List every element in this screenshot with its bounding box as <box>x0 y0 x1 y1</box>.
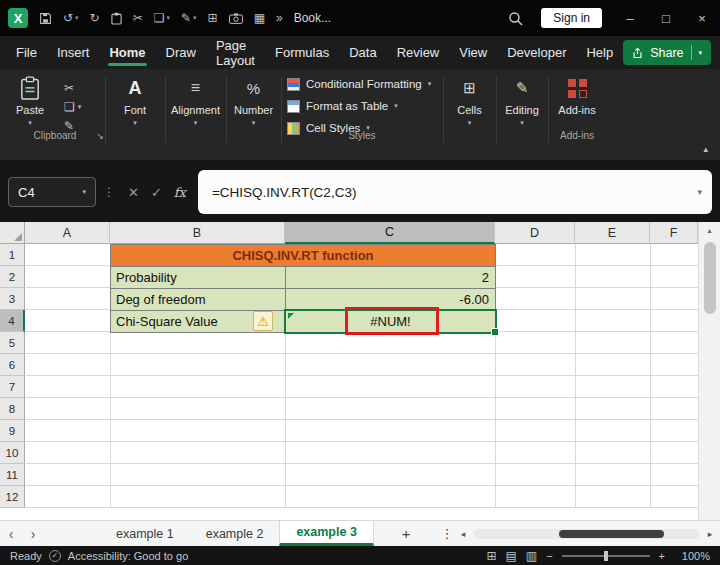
column-header-f[interactable]: F <box>650 222 698 244</box>
horizontal-scrollbar-thumb[interactable] <box>559 530 664 538</box>
column-header-e[interactable]: E <box>575 222 650 244</box>
share-button[interactable]: Share ▾ <box>623 40 711 65</box>
new-sheet-button[interactable]: + <box>402 525 411 542</box>
page-layout-view-icon[interactable]: ▤ <box>505 549 516 563</box>
menu-tab-formulas[interactable]: Formulas <box>265 36 339 69</box>
row-header-2[interactable]: 2 <box>0 266 25 288</box>
excel-logo[interactable]: X <box>8 8 28 28</box>
zoom-in-button[interactable]: + <box>659 550 665 562</box>
zoom-level[interactable]: 100% <box>674 550 710 562</box>
cut-button[interactable]: ✂ <box>133 11 143 25</box>
clipboard-dialog-launcher-icon[interactable]: ↘ <box>96 131 104 141</box>
sheet-tab-example-3-active[interactable]: example 3 <box>279 521 373 546</box>
redo-button[interactable]: ↻ <box>90 11 100 25</box>
menu-tab-draw[interactable]: Draw <box>156 36 206 69</box>
camera-button[interactable] <box>229 13 243 24</box>
qat-overflow-button[interactable]: » <box>276 11 283 25</box>
row-header-11[interactable]: 11 <box>0 464 25 486</box>
select-all-button[interactable] <box>0 222 25 244</box>
cut-button[interactable]: ✂ <box>64 81 81 95</box>
page-break-view-icon[interactable]: ▥ <box>526 549 537 563</box>
formula-input[interactable]: =CHISQ.INV.RT(C2,C3) ▾ <box>198 170 712 214</box>
addins-button[interactable]: Add-ins <box>550 73 604 116</box>
save-icon[interactable] <box>39 12 52 25</box>
menu-tab-insert[interactable]: Insert <box>47 36 100 69</box>
font-menu-button[interactable]: A Font ▾ <box>107 73 163 127</box>
paste-button[interactable]: Paste ▾ <box>6 73 54 127</box>
zoom-slider[interactable] <box>562 555 650 557</box>
expand-formula-bar-icon[interactable]: ▾ <box>697 187 702 197</box>
error-options-button[interactable]: ⚠ <box>253 311 273 331</box>
sheet-tab-example-1[interactable]: example 1 <box>100 521 190 546</box>
vertical-scrollbar[interactable]: ▴ <box>698 222 720 520</box>
cell-b2[interactable]: Probability <box>110 266 286 289</box>
column-header-b[interactable]: B <box>110 222 285 244</box>
insert-function-icon[interactable]: fx <box>174 185 186 200</box>
sheet-options-icon[interactable]: ⋮ <box>441 526 454 541</box>
format-painter-button[interactable]: ✎ ▾ <box>181 11 197 25</box>
row-header-12[interactable]: 12 <box>0 486 25 508</box>
menu-tab-data[interactable]: Data <box>339 36 386 69</box>
menu-tab-page-layout[interactable]: Page Layout <box>206 36 265 69</box>
row-header-7[interactable]: 7 <box>0 376 25 398</box>
menu-tab-view[interactable]: View <box>449 36 497 69</box>
next-sheet-icon[interactable]: › <box>22 526 44 542</box>
undo-button[interactable]: ↺ ▾ <box>63 11 79 25</box>
format-as-table-label: Format as Table <box>306 100 388 112</box>
column-header-a[interactable]: A <box>25 222 110 244</box>
cell-b1-merged-title[interactable]: CHISQ.INV.RT function <box>110 244 496 267</box>
row-header-5[interactable]: 5 <box>0 332 25 354</box>
row-header-6[interactable]: 6 <box>0 354 25 376</box>
column-header-d[interactable]: D <box>495 222 575 244</box>
zoom-out-button[interactable]: − <box>546 550 552 562</box>
collapse-ribbon-icon[interactable]: ▴ <box>703 144 708 154</box>
zoom-slider-thumb[interactable] <box>604 551 608 561</box>
row-header-8[interactable]: 8 <box>0 398 25 420</box>
cell-c2[interactable]: 2 <box>285 266 496 289</box>
column-header-c[interactable]: C <box>285 222 495 244</box>
chevron-down-icon: ▾ <box>75 14 79 22</box>
horizontal-scrollbar-track[interactable] <box>474 529 699 539</box>
enter-icon[interactable]: ✓ <box>151 185 162 200</box>
menu-tab-developer[interactable]: Developer <box>497 36 576 69</box>
borders-button[interactable]: ▦ <box>254 11 265 25</box>
sheet-tab-example-2[interactable]: example 2 <box>190 521 280 546</box>
row-header-4[interactable]: 4 <box>0 310 25 332</box>
copy-icon: ❏ <box>154 11 165 25</box>
table-button[interactable]: ⊞ <box>208 11 218 25</box>
scroll-up-icon[interactable]: ▴ <box>699 226 720 235</box>
formula-bar-handle[interactable]: ⋮ <box>103 185 115 199</box>
menu-tab-home[interactable]: Home <box>99 36 155 69</box>
search-icon[interactable] <box>499 11 531 26</box>
sign-in-button[interactable]: Sign in <box>541 8 602 28</box>
format-as-table-button[interactable]: Format as Table ▾ <box>283 95 441 117</box>
cancel-icon[interactable]: ✕ <box>128 185 139 200</box>
maximize-button[interactable]: □ <box>648 0 684 36</box>
menu-tab-review[interactable]: Review <box>387 36 450 69</box>
gridline <box>650 244 651 508</box>
vertical-scrollbar-thumb[interactable] <box>704 242 716 314</box>
number-menu-button[interactable]: % Number ▾ <box>228 73 279 127</box>
row-header-10[interactable]: 10 <box>0 442 25 464</box>
row-header-3[interactable]: 3 <box>0 288 25 310</box>
row-header-9[interactable]: 9 <box>0 420 25 442</box>
scroll-right-icon[interactable]: ▸ <box>703 529 717 539</box>
cells-menu-button[interactable]: ⊞ Cells ▾ <box>445 73 494 127</box>
copy-button[interactable]: ❏ ▾ <box>154 11 170 25</box>
editing-menu-button[interactable]: ✎ Editing ▾ <box>498 73 546 127</box>
clipboard-icon[interactable] <box>111 12 122 25</box>
conditional-formatting-button[interactable]: Conditional Formatting ▾ <box>283 73 441 95</box>
copy-button[interactable]: ❏▾ <box>64 100 81 114</box>
previous-sheet-icon[interactable]: ‹ <box>0 526 22 542</box>
scroll-left-icon[interactable]: ◂ <box>456 529 470 539</box>
cell-b3[interactable]: Deg of freedom <box>110 288 286 311</box>
accessibility-status[interactable]: Accessibility: Good to go <box>68 550 188 562</box>
alignment-menu-button[interactable]: ≡ Alignment ▾ <box>167 73 224 127</box>
name-box[interactable]: C4 ▾ <box>8 177 96 207</box>
menu-tab-help[interactable]: Help <box>576 36 623 69</box>
menu-tab-file[interactable]: File <box>6 36 47 69</box>
close-button[interactable]: × <box>684 0 720 36</box>
normal-view-icon[interactable]: ⊞ <box>486 549 496 563</box>
minimize-button[interactable]: – <box>612 0 648 36</box>
row-header-1[interactable]: 1 <box>0 244 25 266</box>
